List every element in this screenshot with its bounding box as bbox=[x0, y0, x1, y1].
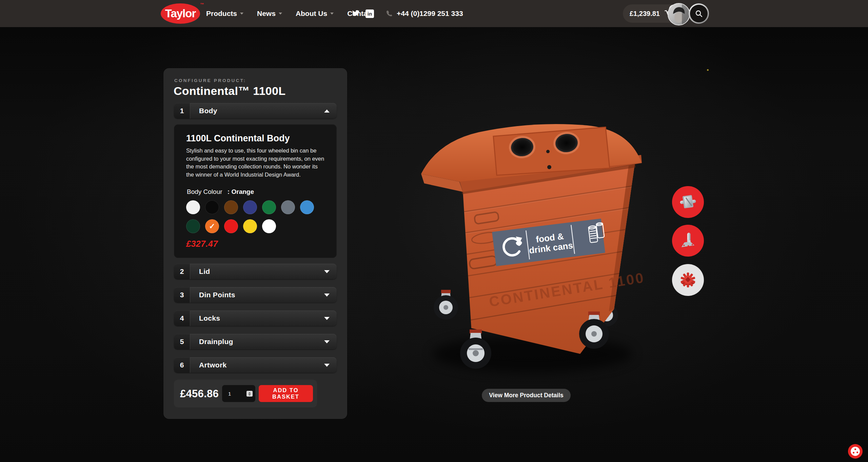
cookie-icon bbox=[851, 447, 860, 456]
cookie-settings-button[interactable] bbox=[848, 444, 863, 459]
spinner-down-icon[interactable] bbox=[248, 394, 251, 396]
product-title: Continental™ 1100L bbox=[174, 84, 285, 98]
section-number: 5 bbox=[174, 334, 190, 349]
colour-swatch-grid: ✓ bbox=[186, 200, 326, 238]
chevron-up-icon bbox=[324, 109, 330, 113]
section-label: Body bbox=[199, 107, 217, 115]
body-detail-title: 1100L Continental Body bbox=[186, 133, 290, 144]
swatch-white[interactable] bbox=[262, 219, 276, 233]
taylor-logo[interactable]: Taylor ™ bbox=[161, 3, 200, 24]
section-label: Artwork bbox=[199, 361, 226, 369]
swatch-light-blue[interactable] bbox=[300, 200, 314, 214]
swatch-black[interactable] bbox=[205, 200, 219, 214]
view-more-details-button[interactable]: View More Product Details bbox=[482, 389, 571, 402]
add-to-basket-button[interactable]: ADD TO BASKET bbox=[259, 385, 313, 402]
configurator-panel: CONFIGURE PRODUCT: Continental™ 1100L 1B… bbox=[163, 68, 347, 419]
quantity-value: 1 bbox=[228, 391, 231, 397]
total-price: £456.86 bbox=[180, 388, 219, 400]
drainplug-option-button[interactable] bbox=[672, 264, 704, 296]
lock-option-button[interactable] bbox=[672, 225, 704, 257]
body-price: £327.47 bbox=[186, 239, 218, 249]
swatch-dark-green[interactable] bbox=[186, 219, 200, 233]
section-label: Locks bbox=[199, 314, 220, 322]
accordion-section-locks[interactable]: 4Locks bbox=[174, 310, 337, 326]
din-point-icon bbox=[677, 191, 699, 213]
spinner-up-icon[interactable] bbox=[248, 392, 251, 394]
cart-total: £1,239.81 bbox=[630, 10, 660, 18]
swatch-red[interactable] bbox=[224, 219, 238, 233]
swatch-yellow[interactable] bbox=[243, 219, 257, 233]
main-menu: ProductsNewsAbout UsContact bbox=[206, 0, 374, 27]
chevron-down-icon bbox=[324, 364, 330, 367]
drainplug-icon bbox=[677, 269, 699, 291]
section-label: Drainplug bbox=[199, 338, 233, 346]
accordion-section-body[interactable]: 1Body bbox=[174, 103, 337, 119]
section-number: 6 bbox=[174, 357, 190, 373]
swatch-light-grey[interactable] bbox=[186, 200, 200, 214]
nav-item-about-us[interactable]: About Us bbox=[296, 9, 334, 18]
section-number: 2 bbox=[174, 264, 190, 279]
nav-item-label: About Us bbox=[296, 9, 327, 18]
body-colour-label: Body Colour bbox=[187, 188, 222, 195]
product-3d-render[interactable]: food & drink cans CONTINENTAL 1100 bbox=[390, 112, 661, 383]
chevron-down-icon bbox=[240, 13, 243, 15]
light-speck bbox=[707, 69, 709, 71]
section-label: Lid bbox=[199, 267, 210, 276]
section-number: 4 bbox=[174, 310, 190, 326]
chevron-down-icon bbox=[330, 13, 334, 15]
accordion-section-drainplug[interactable]: 5Drainplug bbox=[174, 334, 337, 349]
swatch-orange[interactable]: ✓ bbox=[205, 219, 219, 233]
swatch-navy-blue[interactable] bbox=[243, 200, 257, 214]
top-navigation-bar: Taylor ™ ProductsNewsAbout UsContact in … bbox=[0, 0, 868, 27]
caster-wheel-back-left bbox=[434, 290, 458, 320]
accordion-list: 1Body 1100L Continental Body Stylish and… bbox=[174, 103, 337, 381]
twitter-icon bbox=[351, 9, 360, 18]
body-colour-row: Body Colour : Orange bbox=[187, 188, 254, 196]
swatch-brown[interactable] bbox=[224, 200, 238, 214]
body-colour-value: Orange bbox=[231, 188, 254, 195]
nav-item-label: News bbox=[257, 9, 276, 18]
nav-item-news[interactable]: News bbox=[257, 9, 282, 18]
phone-number-text: +44 (0)1299 251 333 bbox=[397, 9, 463, 18]
section-number: 1 bbox=[174, 103, 190, 119]
swatch-green[interactable] bbox=[262, 200, 276, 214]
din-point-option-button[interactable] bbox=[672, 186, 704, 218]
chevron-down-icon bbox=[324, 270, 330, 273]
twitter-link[interactable] bbox=[351, 0, 360, 27]
search-button[interactable] bbox=[689, 3, 709, 24]
chevron-down-icon bbox=[279, 13, 282, 15]
user-avatar[interactable] bbox=[668, 3, 690, 25]
nav-item-label: Products bbox=[206, 9, 237, 18]
swatch-grey[interactable] bbox=[281, 200, 295, 214]
linkedin-icon: in bbox=[366, 9, 374, 18]
check-icon: ✓ bbox=[209, 222, 215, 231]
configure-product-label: CONFIGURE PRODUCT: bbox=[174, 78, 246, 83]
trademark-symbol: ™ bbox=[200, 2, 204, 7]
quantity-stepper[interactable]: 1 bbox=[222, 385, 255, 402]
order-summary-bar: £456.86 1 ADD TO BASKET bbox=[174, 380, 317, 407]
nav-item-products[interactable]: Products bbox=[206, 9, 243, 18]
caster-wheel-front-left bbox=[460, 329, 491, 369]
accordion-section-din-points[interactable]: 3Din Points bbox=[174, 287, 337, 303]
phone-number[interactable]: +44 (0)1299 251 333 bbox=[386, 0, 463, 27]
quantity-spinner[interactable] bbox=[246, 391, 253, 397]
chevron-down-icon bbox=[324, 294, 330, 297]
chevron-down-icon bbox=[324, 340, 330, 343]
section-number: 3 bbox=[174, 287, 190, 303]
logo-text: Taylor bbox=[165, 7, 196, 20]
colour-separator: : bbox=[228, 188, 230, 195]
search-icon bbox=[695, 9, 703, 18]
body-detail-card: 1100L Continental Body Stylish and easy … bbox=[174, 124, 337, 258]
phone-icon bbox=[386, 10, 393, 17]
section-label: Din Points bbox=[199, 291, 235, 299]
avatar-photo bbox=[668, 4, 689, 25]
accordion-section-artwork[interactable]: 6Artwork bbox=[174, 357, 337, 373]
linkedin-link[interactable]: in bbox=[366, 0, 374, 27]
lock-pin-icon bbox=[677, 230, 699, 252]
body-detail-description: Stylish and easy to use, this four wheel… bbox=[186, 147, 326, 179]
accordion-section-lid[interactable]: 2Lid bbox=[174, 264, 337, 279]
chevron-down-icon bbox=[324, 317, 330, 320]
